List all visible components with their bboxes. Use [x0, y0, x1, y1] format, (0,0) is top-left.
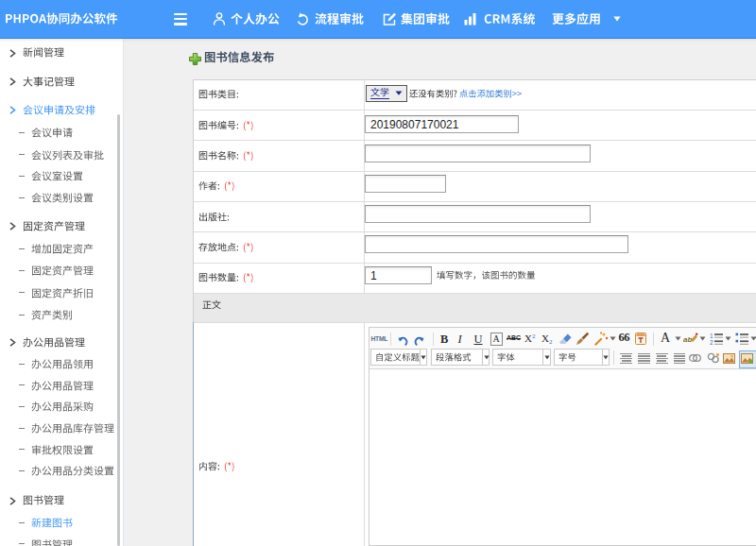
svg-text:2: 2	[710, 338, 713, 345]
svg-text:1: 1	[710, 332, 713, 338]
svg-text:ab: ab	[683, 335, 692, 344]
